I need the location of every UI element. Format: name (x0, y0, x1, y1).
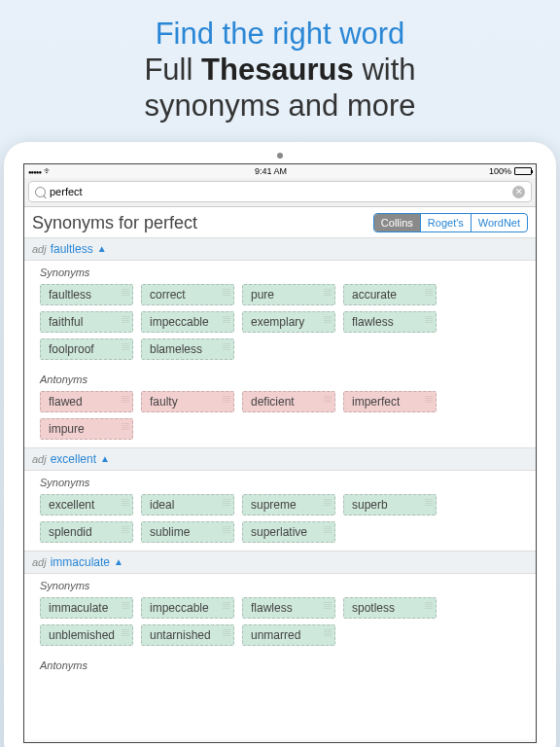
sense-word: faultless (51, 242, 93, 256)
tab-rogets[interactable]: Roget's (420, 214, 471, 231)
synonym-chip[interactable]: accurate (343, 284, 437, 305)
screen: ᯤ 9:41 AM 100% perfect ✕ Synonyms for pe… (23, 163, 537, 743)
source-segmented-control[interactable]: Collins Roget's WordNet (373, 213, 528, 232)
antonym-chip[interactable]: faulty (141, 391, 234, 412)
part-of-speech: adj (32, 243, 47, 255)
synonym-chip[interactable]: faithful (40, 311, 133, 333)
promo-text: Find the right word Full Thesaurus with … (0, 0, 560, 142)
antonym-chips: flawedfaultydeficientimperfectimpure (24, 387, 536, 447)
synonym-chip[interactable]: sublime (141, 521, 234, 543)
synonym-chip[interactable]: untarnished (141, 624, 234, 646)
synonym-chip[interactable]: ideal (141, 494, 234, 516)
synonym-chip[interactable]: pure (242, 284, 335, 305)
synonym-chip[interactable]: unmarred (242, 624, 335, 646)
collapse-icon: ▲ (97, 243, 107, 254)
synonym-chips: immaculateimpeccableflawlessspotlessunbl… (24, 593, 536, 654)
synonym-chip[interactable]: superb (343, 494, 437, 516)
search-input[interactable]: perfect ✕ (28, 181, 532, 202)
nav-bar: perfect ✕ (24, 178, 536, 207)
synonym-chip[interactable]: impeccable (141, 597, 234, 619)
synonyms-label: Synonyms (24, 471, 536, 490)
status-right: 100% (489, 166, 532, 176)
promo-line2c: with (354, 53, 416, 87)
part-of-speech: adj (32, 453, 47, 465)
antonym-chip[interactable]: imperfect (343, 391, 437, 412)
synonym-chip[interactable]: impeccable (141, 311, 234, 333)
clear-search-button[interactable]: ✕ (512, 186, 525, 198)
sense-header[interactable]: adjimmaculate▲ (24, 551, 536, 574)
promo-line2b: Thesaurus (201, 53, 354, 87)
sense-header[interactable]: adjexcellent▲ (24, 447, 536, 471)
status-left: ᯤ (28, 166, 52, 176)
status-time: 9:41 AM (255, 166, 287, 176)
results-content[interactable]: adjfaultless▲Synonymsfaultlesscorrectpur… (24, 237, 536, 739)
promo-line3: synonyms and more (144, 89, 415, 123)
antonyms-label: Antonyms (24, 368, 536, 387)
synonym-chip[interactable]: blameless (141, 338, 234, 360)
wifi-icon: ᯤ (44, 166, 52, 176)
synonym-chip[interactable]: supreme (242, 494, 335, 516)
search-icon (35, 187, 46, 197)
synonyms-label: Synonyms (24, 574, 536, 593)
synonym-chip[interactable]: splendid (40, 521, 133, 543)
synonym-chip[interactable]: unblemished (40, 624, 133, 646)
battery-percent: 100% (489, 166, 511, 176)
synonym-chip[interactable]: exemplary (242, 311, 335, 333)
promo-line2a: Full (144, 53, 201, 87)
synonym-chip[interactable]: correct (141, 284, 234, 305)
synonym-chip[interactable]: spotless (343, 597, 437, 619)
promo-line1: Find the right word (156, 17, 405, 51)
antonym-chip[interactable]: impure (40, 418, 133, 440)
sense-word: excellent (51, 452, 96, 466)
sense-header[interactable]: adjfaultless▲ (24, 237, 536, 261)
part-of-speech: adj (32, 556, 47, 568)
page-title: Synonyms for perfect (32, 213, 197, 233)
signal-icon (28, 166, 41, 176)
antonym-chip[interactable]: flawed (40, 391, 133, 412)
synonym-chip[interactable]: superlative (242, 521, 335, 543)
synonym-chip[interactable]: flawless (242, 597, 335, 619)
battery-icon (514, 167, 532, 175)
collapse-icon: ▲ (114, 556, 123, 567)
antonyms-label: Antonyms (24, 654, 536, 673)
synonym-chips: excellentidealsupremesuperbsplendidsubli… (24, 490, 536, 551)
synonym-chip[interactable]: immaculate (40, 597, 133, 619)
tab-collins[interactable]: Collins (374, 214, 420, 231)
synonym-chip[interactable]: foolproof (40, 338, 133, 360)
synonym-chips: faultlesscorrectpureaccuratefaithfulimpe… (24, 280, 536, 368)
search-value: perfect (50, 186, 512, 197)
camera-dot (277, 153, 283, 159)
synonyms-label: Synonyms (24, 261, 536, 280)
synonym-chip[interactable]: faultless (40, 284, 133, 305)
header-row: Synonyms for perfect Collins Roget's Wor… (24, 207, 536, 237)
status-bar: ᯤ 9:41 AM 100% (24, 164, 536, 178)
tablet-frame: ᯤ 9:41 AM 100% perfect ✕ Synonyms for pe… (4, 142, 556, 747)
collapse-icon: ▲ (100, 453, 110, 464)
synonym-chip[interactable]: excellent (40, 494, 133, 516)
synonym-chip[interactable]: flawless (343, 311, 437, 333)
tab-wordnet[interactable]: WordNet (471, 214, 527, 231)
antonym-chip[interactable]: deficient (242, 391, 335, 412)
sense-word: immaculate (51, 555, 110, 569)
